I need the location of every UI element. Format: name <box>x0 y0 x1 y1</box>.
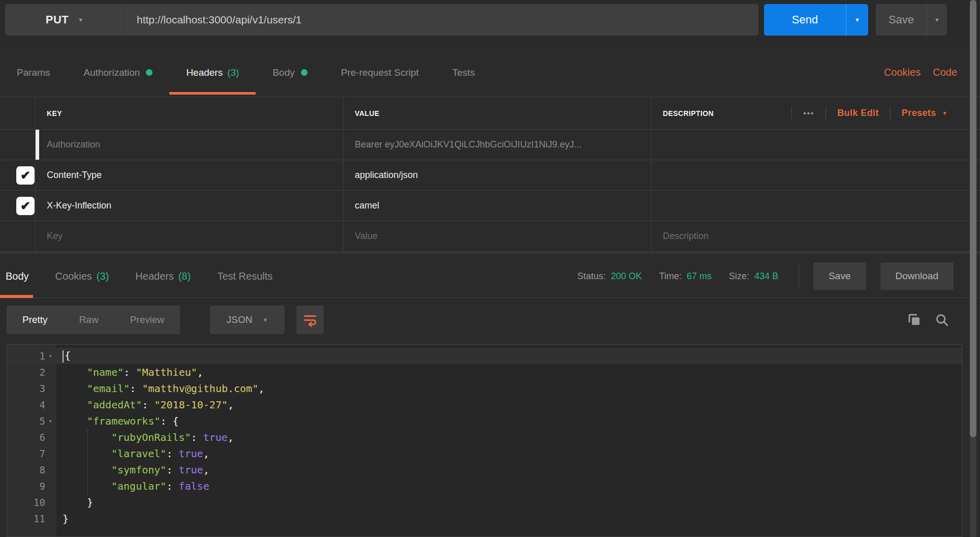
header-description-cell[interactable] <box>652 160 980 191</box>
send-options-button[interactable]: ▼ <box>846 4 868 36</box>
send-button[interactable]: Send <box>764 4 846 36</box>
search-icon <box>934 312 950 327</box>
tab-count: (8) <box>178 271 191 282</box>
line-number: 7 <box>40 448 45 459</box>
save-button[interactable]: Save <box>876 4 927 36</box>
response-meta: Status: 200 OK Time: 67 ms Size: 434 B S… <box>577 254 954 298</box>
tab-pre-request-script[interactable]: Pre-request Script <box>324 48 436 97</box>
table-header-controls: ••• Bulk Edit Presets ▼ <box>791 106 947 121</box>
tab-tests[interactable]: Tests <box>436 48 492 97</box>
new-value-input[interactable] <box>344 231 651 242</box>
text-cursor <box>63 350 64 363</box>
response-tool-icons <box>907 304 950 336</box>
copy-button[interactable] <box>907 312 922 327</box>
tab-label: Cookies <box>55 271 92 282</box>
row-checkbox-checked[interactable]: ✔ <box>16 166 35 185</box>
chevron-down-icon: ▼ <box>942 110 947 116</box>
new-key-input[interactable] <box>36 231 343 242</box>
view-raw-button[interactable]: Raw <box>64 306 114 334</box>
copy-icon <box>907 312 922 327</box>
presets-label: Presets <box>902 108 936 118</box>
scrollbar-track <box>970 0 976 537</box>
more-options-button[interactable]: ••• <box>803 109 814 117</box>
view-pretty-button[interactable]: Pretty <box>7 306 64 334</box>
request-links: Cookies Code <box>884 48 957 97</box>
row-checkbox-checked[interactable]: ✔ <box>16 197 35 215</box>
tab-headers[interactable]: Headers (3) <box>169 48 256 97</box>
tab-label: Headers <box>135 271 174 282</box>
response-tab-cookies[interactable]: Cookies (3) <box>42 254 122 298</box>
header-key: Authorization <box>47 139 100 150</box>
header-description-cell <box>652 221 980 252</box>
cell-focus-indicator <box>36 130 39 160</box>
header-value-cell[interactable]: application/json <box>344 160 652 191</box>
response-tab-test-results[interactable]: Test Results <box>204 254 286 298</box>
header-key-cell[interactable]: Authorization <box>36 130 344 160</box>
table-header-key: KEY <box>36 97 344 130</box>
size-value: 434 B <box>754 271 778 282</box>
url-input[interactable] <box>125 4 758 36</box>
search-button[interactable] <box>934 312 950 327</box>
code-link[interactable]: Code <box>933 67 957 78</box>
header-key-cell[interactable]: Content-Type <box>36 160 344 191</box>
check-icon: ✔ <box>20 200 30 212</box>
new-description-input[interactable] <box>652 231 980 242</box>
headers-table: KEY VALUE DESCRIPTION ••• Bulk Edit Pres… <box>0 97 980 252</box>
scrollbar-thumb[interactable] <box>970 0 976 437</box>
row-checkbox-cell: ✔ <box>0 160 36 191</box>
row-checkbox-cell: ✔ <box>0 191 36 221</box>
method-select[interactable]: PUT ▼ <box>5 4 125 36</box>
header-key-cell <box>36 221 344 252</box>
response-tabs: Body Cookies (3) Headers (8) Test Result… <box>5 254 286 298</box>
row-checkbox-cell[interactable] <box>0 130 36 160</box>
tab-label: Body <box>272 67 294 78</box>
line-number: 4 <box>40 399 45 410</box>
code-line: 10 } <box>7 494 962 511</box>
save-split-button: Save ▼ <box>876 4 947 36</box>
fold-toggle-icon[interactable]: ▾ <box>45 417 55 425</box>
tab-label: Params <box>17 67 50 78</box>
code-line: 2 "name": "Matthieu", <box>7 364 962 380</box>
request-bar: PUT ▼ Send ▼ Save ▼ <box>0 0 980 48</box>
presets-dropdown[interactable]: Presets ▼ <box>902 108 947 118</box>
time-label: Time: <box>659 271 682 282</box>
method-label: PUT <box>46 13 69 26</box>
chevron-down-icon: ▼ <box>78 17 83 23</box>
format-label: JSON <box>227 314 253 325</box>
response-toolbar: Pretty Raw Preview JSON ▼ <box>0 304 980 336</box>
wrap-text-icon <box>303 313 317 327</box>
header-value-cell[interactable]: camel <box>344 191 652 221</box>
table-header-description: DESCRIPTION <box>663 109 714 117</box>
line-number: 3 <box>40 383 45 394</box>
header-value-cell[interactable]: Bearer eyJ0eXAiOiJKV1QiLCJhbGciOiJIUzI1N… <box>344 130 652 160</box>
response-save-button[interactable]: Save <box>813 262 866 290</box>
response-tab-body[interactable]: Body <box>5 254 42 298</box>
tab-label: Headers <box>186 67 223 78</box>
status-label: Status: <box>577 271 606 282</box>
format-dropdown[interactable]: JSON ▼ <box>210 306 285 334</box>
app-window: PUT ▼ Send ▼ Save ▼ Params Authorization <box>0 0 980 537</box>
send-split-button: Send ▼ <box>764 4 868 36</box>
request-tabs: Params Authorization Headers (3) Body Pr… <box>0 48 980 97</box>
view-preview-button[interactable]: Preview <box>114 306 180 334</box>
tab-authorization[interactable]: Authorization <box>67 48 169 97</box>
line-number: 11 <box>34 513 45 524</box>
response-tab-headers[interactable]: Headers (8) <box>122 254 204 298</box>
header-description-cell[interactable] <box>652 191 980 221</box>
line-number: 9 <box>40 481 45 492</box>
cookies-link[interactable]: Cookies <box>884 67 921 78</box>
fold-toggle-icon[interactable]: ▾ <box>45 352 55 360</box>
header-description-cell[interactable] <box>652 130 980 160</box>
code-line: 8 "symfony": true, <box>7 462 962 478</box>
row-checkbox-cell <box>0 221 36 252</box>
tab-label: Test Results <box>217 271 272 282</box>
response-download-button[interactable]: Download <box>880 262 954 290</box>
save-options-button[interactable]: ▼ <box>927 4 947 36</box>
json-code: 1▾ { 2 "name": "Matthieu", 3 "email": "m… <box>7 348 962 527</box>
divider <box>890 106 891 121</box>
tab-params[interactable]: Params <box>0 48 67 97</box>
tab-body[interactable]: Body <box>256 48 324 97</box>
wrap-text-button[interactable] <box>296 306 324 334</box>
bulk-edit-button[interactable]: Bulk Edit <box>837 108 879 118</box>
header-key-cell[interactable]: X-Key-Inflection <box>36 191 344 221</box>
